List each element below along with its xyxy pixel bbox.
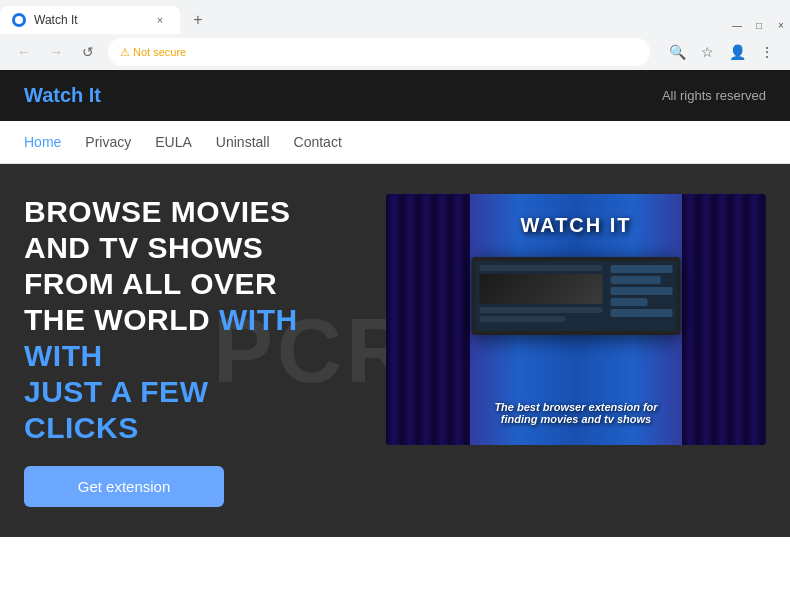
reload-button[interactable]: ↺ [76, 40, 100, 64]
tab-bar: Watch It × + — □ × [0, 0, 790, 34]
hero-highlight-word: WITH [24, 339, 103, 372]
tab-favicon [12, 13, 26, 27]
menu-icon[interactable]: ⋮ [756, 41, 778, 63]
hero-title: BROWSE MOVIES AND TV SHOWS FROM ALL OVER… [24, 194, 356, 446]
image-title: WATCH IT [520, 214, 631, 237]
tab-close-button[interactable]: × [152, 12, 168, 28]
sidebar-item-1 [610, 265, 672, 273]
hero-title-line1: BROWSE MOVIES [24, 195, 291, 228]
hero-title-line6: CLICKS [24, 411, 139, 444]
screen-row-1 [480, 265, 603, 271]
bookmark-icon[interactable]: ☆ [696, 41, 718, 63]
close-window-button[interactable]: × [772, 16, 790, 34]
laptop-screen [476, 261, 677, 331]
nav-privacy[interactable]: Privacy [85, 134, 131, 150]
image-subtitle: The best browser extension forfinding mo… [494, 401, 657, 425]
screen-image [480, 274, 603, 304]
search-icon[interactable]: 🔍 [666, 41, 688, 63]
site-logo[interactable]: Watch It [24, 84, 101, 107]
browser-frame: Watch It × + — □ × ← → ↺ ⚠ Not secure 🔍 … [0, 0, 790, 70]
address-input[interactable]: ⚠ Not secure [108, 38, 650, 66]
hero-title-line3: FROM ALL OVER [24, 267, 277, 300]
screen-row-2 [480, 307, 603, 313]
browser-tab[interactable]: Watch It × [0, 6, 180, 34]
hero-image-container: WATCH IT [386, 194, 766, 445]
site-navigation: Home Privacy EULA Uninstall Contact [0, 121, 790, 164]
address-bar: ← → ↺ ⚠ Not secure 🔍 ☆ 👤 ⋮ [0, 34, 790, 70]
get-extension-button[interactable]: Get extension [24, 466, 224, 507]
hero-image: WATCH IT [386, 194, 766, 445]
hero-section: PCRISK BROWSE MOVIES AND TV SHOWS FROM A… [0, 164, 790, 537]
site-header: Watch It All rights reserved [0, 70, 790, 121]
curtain-background: WATCH IT [386, 194, 766, 445]
profile-icon[interactable]: 👤 [726, 41, 748, 63]
hero-title-line2: AND TV SHOWS [24, 231, 263, 264]
window-controls: — □ × [728, 16, 790, 34]
laptop-screen-right [606, 261, 676, 331]
warning-icon: ⚠ [120, 46, 130, 59]
nav-uninstall[interactable]: Uninstall [216, 134, 270, 150]
laptop-screen-left [476, 261, 607, 331]
new-tab-button[interactable]: + [184, 6, 212, 34]
hero-title-highlight: WITH [219, 303, 298, 336]
minimize-button[interactable]: — [728, 16, 746, 34]
nav-home[interactable]: Home [24, 134, 61, 150]
nav-contact[interactable]: Contact [294, 134, 342, 150]
hero-title-line5: JUST A FEW [24, 375, 208, 408]
curtain-right [682, 194, 766, 445]
hero-img-inner: WATCH IT [386, 194, 766, 445]
nav-eula[interactable]: EULA [155, 134, 192, 150]
laptop-mockup [472, 257, 681, 335]
sidebar-item-4 [610, 298, 647, 306]
hero-title-line4: THE WORLD [24, 303, 210, 336]
site-copyright: All rights reserved [662, 88, 766, 103]
sidebar-item-3 [610, 287, 672, 295]
tab-title: Watch It [34, 13, 78, 27]
nav-links-list: Home Privacy EULA Uninstall Contact [24, 133, 766, 151]
security-warning: ⚠ Not secure [120, 46, 186, 59]
back-button[interactable]: ← [12, 40, 36, 64]
hero-text: BROWSE MOVIES AND TV SHOWS FROM ALL OVER… [24, 194, 356, 507]
toolbar-icons: 🔍 ☆ 👤 ⋮ [666, 41, 778, 63]
sidebar-item-2 [610, 276, 660, 284]
webpage-content: Watch It All rights reserved Home Privac… [0, 70, 790, 537]
sidebar-item-5 [610, 309, 672, 317]
curtain-left [386, 194, 470, 445]
screen-row-3 [480, 316, 566, 322]
security-text: Not secure [133, 46, 186, 58]
forward-button[interactable]: → [44, 40, 68, 64]
maximize-button[interactable]: □ [750, 16, 768, 34]
